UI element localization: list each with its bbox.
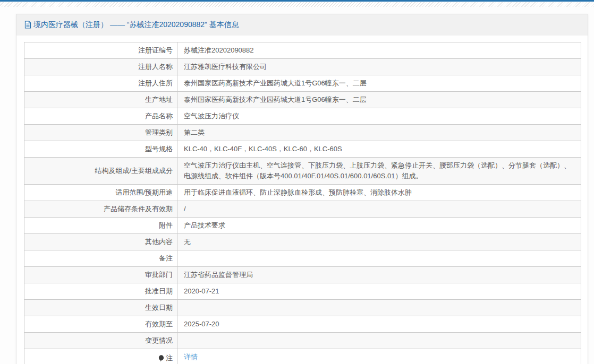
- row-value: 2020-07-21: [177, 283, 581, 299]
- table-row: 审批部门 江苏省药品监督管理局: [24, 267, 581, 283]
- row-value: 苏械注准20202090882: [177, 42, 581, 58]
- speech-balloon-icon: [158, 355, 164, 362]
- table-row: 附件 产品技术要求: [24, 218, 581, 234]
- row-label: 生效日期: [24, 300, 177, 316]
- row-value: KLC-40，KLC-40F，KLC-40S，KLC-60，KLC-60S: [177, 141, 581, 157]
- row-label: 备注: [24, 250, 177, 266]
- table-row: 其他内容 无: [24, 234, 581, 250]
- details-link[interactable]: 详情: [184, 353, 198, 361]
- row-value: 用于临床促进血液循环、防止深静脉血栓形成、预防肺栓塞、消除肢体水肿: [177, 185, 581, 201]
- row-label: 注册人住所: [24, 75, 177, 91]
- row-label: 注: [24, 349, 177, 364]
- table-row: 适用范围/预期用途 用于临床促进血液循环、防止深静脉血栓形成、预防肺栓塞、消除肢…: [24, 185, 581, 201]
- page-title-text: 境内医疗器械（注册） —— “苏械注准20202090882” 基本信息: [33, 20, 239, 30]
- top-accent-bar: [0, 0, 594, 2]
- row-label: 管理类别: [24, 125, 177, 141]
- row-label: 产品储存条件及有效期: [24, 201, 177, 217]
- table-row: 结构及组成/主要组成成分 空气波压力治疗仪由主机、空气连接管、下肢压力袋、上肢压…: [24, 158, 581, 185]
- row-label: 产品名称: [24, 108, 177, 124]
- note-label-text: 注: [166, 353, 173, 363]
- row-value: 2025-07-20: [177, 316, 581, 332]
- decorative-hatch-band: [0, 2, 594, 7]
- table-row: 生效日期: [24, 300, 581, 316]
- row-label: 变更情况: [24, 333, 177, 349]
- table-row: 生产地址 泰州国家医药高新技术产业园药城大道1号G06幢东一、二层: [24, 92, 581, 108]
- info-table: 注册证编号 苏械注准20202090882 注册人名称 江苏雅凯医疗科技有限公司…: [24, 42, 581, 364]
- row-value: [177, 300, 581, 316]
- row-value: 第二类: [177, 125, 581, 141]
- row-value: 详情: [177, 349, 581, 364]
- table-row: 注册证编号 苏械注准20202090882: [24, 42, 581, 59]
- page-title: 境内医疗器械（注册） —— “苏械注准20202090882” 基本信息: [24, 20, 239, 30]
- row-label: 其他内容: [24, 234, 177, 250]
- row-value: 泰州国家医药高新技术产业园药城大道1号G06幢东一、二层: [177, 92, 581, 108]
- document-icon: [24, 21, 31, 29]
- table-row: 变更情况: [24, 333, 581, 349]
- table-row: 产品名称 空气波压力治疗仪: [24, 108, 581, 125]
- table-row: 注册人名称 江苏雅凯医疗科技有限公司: [24, 59, 581, 75]
- row-label: 附件: [24, 218, 177, 233]
- table-row-note: 注 详情: [24, 349, 581, 364]
- info-card: 境内医疗器械（注册） —— “苏械注准20202090882” 基本信息 注册证…: [16, 14, 588, 364]
- row-label: 注册证编号: [24, 42, 177, 58]
- row-value: [177, 250, 581, 266]
- table-row: 注册人住所 泰州国家医药高新技术产业园药城大道1号G06幢东一、二层: [24, 75, 581, 92]
- row-value: 产品技术要求: [177, 218, 581, 233]
- row-label: 审批部门: [24, 267, 177, 283]
- row-label: 型号规格: [24, 141, 177, 157]
- row-value: 空气波压力治疗仪由主机、空气连接管、下肢压力袋、上肢压力袋、紧急停止开关、腰部压…: [177, 158, 581, 184]
- row-value: 无: [177, 234, 581, 250]
- row-value: 空气波压力治疗仪: [177, 108, 581, 124]
- row-value: /: [177, 201, 581, 217]
- table-row: 备注: [24, 250, 581, 267]
- row-value: 江苏省药品监督管理局: [177, 267, 581, 283]
- row-label: 生产地址: [24, 92, 177, 108]
- table-row: 型号规格 KLC-40，KLC-40F，KLC-40S，KLC-60，KLC-6…: [24, 141, 581, 158]
- row-label: 有效期至: [24, 316, 177, 332]
- row-value: 江苏雅凯医疗科技有限公司: [177, 59, 581, 75]
- table-row: 产品储存条件及有效期 /: [24, 201, 581, 218]
- table-row: 有效期至 2025-07-20: [24, 316, 581, 333]
- row-value: [177, 333, 581, 349]
- card-header: 境内医疗器械（注册） —— “苏械注准20202090882” 基本信息: [16, 14, 588, 36]
- table-row: 管理类别 第二类: [24, 125, 581, 141]
- row-label: 批准日期: [24, 283, 177, 299]
- row-label: 结构及组成/主要组成成分: [24, 158, 177, 184]
- row-value: 泰州国家医药高新技术产业园药城大道1号G06幢东一、二层: [177, 75, 581, 91]
- row-label: 适用范围/预期用途: [24, 185, 177, 201]
- row-label: 注册人名称: [24, 59, 177, 75]
- table-row: 批准日期 2020-07-21: [24, 283, 581, 300]
